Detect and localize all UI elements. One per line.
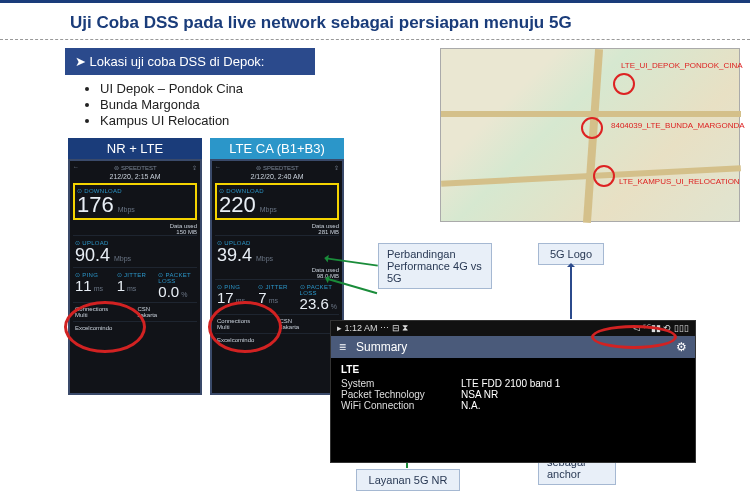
summary-k1: System (341, 378, 461, 389)
phone-nr-lte: NR + LTE ←⊚ SPEEDTEST⇪ 212/20, 2:15 AM ⊙… (68, 138, 202, 395)
page-title: Uji Coba DSS pada live network sebagai p… (0, 3, 750, 40)
summary-status-time: ▸ 1:12 AM ⋯ ⊟ ⧗ (337, 323, 408, 334)
pct-unit: % (331, 303, 337, 310)
ms-unit: ms (127, 285, 136, 292)
download-unit: Mbps (260, 206, 277, 213)
phone1-upload: 90.4 (75, 245, 110, 265)
phone2-loss: 23.6 (300, 295, 329, 312)
phone1-data-used: Data used 150 MB (73, 223, 197, 235)
phone2-op: Excelcomindo (215, 333, 339, 346)
phone2-jitter: 7 (258, 289, 266, 306)
annot-layanan-text: Layanan 5G NR (369, 474, 448, 486)
phone1-speedtest: ⊚ SPEEDTEST (114, 164, 156, 171)
phone1-download: 176 (77, 192, 114, 217)
phone2-download: 220 (219, 192, 256, 217)
summary-v3: N.A. (461, 400, 480, 411)
phone1-screen: ←⊚ SPEEDTEST⇪ 212/20, 2:15 AM ⊙ DOWNLOAD… (68, 159, 202, 395)
ms-unit: ms (236, 297, 245, 304)
map-label-3: LTE_KAMPUS_UI_RELOCATION (619, 177, 740, 186)
ms-unit: ms (94, 285, 103, 292)
summary-lte: LTE (341, 364, 685, 375)
back-icon: ← (215, 164, 221, 171)
phone1-csn: CSN Jakarta (138, 306, 196, 318)
phone1-ping: 11 (75, 277, 92, 294)
phone1-time: 212/20, 2:15 AM (73, 173, 197, 180)
share-icon: ⇪ (334, 164, 339, 171)
arrow-icon (570, 265, 572, 319)
phone1-header: NR + LTE (68, 138, 202, 159)
phone2-data-used: Data used 281 MB (215, 223, 339, 235)
phone1-loss: 0.0 (158, 283, 179, 300)
phone1-conn: Connections Multi (75, 306, 133, 318)
map-label-2: 8404039_LTE_BUNDA_MARGONDA (611, 121, 745, 130)
phone1-jitter: 1 (117, 277, 125, 294)
annot-performance: Perbandingan Performance 4G vs 5G (378, 243, 492, 289)
upload-unit: Mbps (114, 255, 131, 262)
phone2-ping: 17 (217, 289, 234, 306)
locations-header: ➤ Lokasi uji coba DSS di Depok: (65, 48, 315, 75)
phone2-conn: Connections Multi (217, 318, 275, 330)
phone2-time: 2/12/20, 2:40 AM (215, 173, 339, 180)
phone2-header: LTE CA (B1+B3) (210, 138, 344, 159)
upload-unit: Mbps (256, 255, 273, 262)
phone2-csn: CSN Jakarta (280, 318, 338, 330)
phone-lte-ca: LTE CA (B1+B3) ←⊚ SPEEDTEST⇪ 2/12/20, 2:… (210, 138, 344, 395)
share-icon: ⇪ (192, 164, 197, 171)
summary-title: Summary (356, 340, 666, 354)
summary-panel: ▸ 1:12 AM ⋯ ⊟ ⧗ ◅ ⁵ᴳ▮▮ ⟲ ▯▯▯ ≡ Summary ⚙… (330, 320, 696, 463)
pct-unit: % (181, 291, 187, 298)
map: LTE_UI_DEPOK_PONDOK_CINA 8404039_LTE_BUN… (440, 48, 740, 222)
annot-layanan: Layanan 5G NR (356, 469, 460, 491)
menu-icon[interactable]: ≡ (339, 340, 346, 354)
ms-unit: ms (269, 297, 278, 304)
download-unit: Mbps (118, 206, 135, 213)
summary-v1: LTE FDD 2100 band 1 (461, 378, 560, 389)
phone2-speedtest: ⊚ SPEEDTEST (256, 164, 298, 171)
map-label-1: LTE_UI_DEPOK_PONDOK_CINA (621, 61, 743, 70)
summary-v2: NSA NR (461, 389, 498, 400)
back-icon: ← (73, 164, 79, 171)
summary-k2: Packet Technology (341, 389, 461, 400)
phone2-upload: 39.4 (217, 245, 252, 265)
annot-perf-text: Perbandingan Performance 4G vs 5G (387, 248, 482, 284)
summary-k3: WiFi Connection (341, 400, 461, 411)
phone1-op: Excelcomindo (73, 321, 197, 334)
gear-icon[interactable]: ⚙ (676, 340, 687, 354)
summary-status-icons: ◅ ⁵ᴳ▮▮ ⟲ ▯▯▯ (633, 323, 689, 334)
